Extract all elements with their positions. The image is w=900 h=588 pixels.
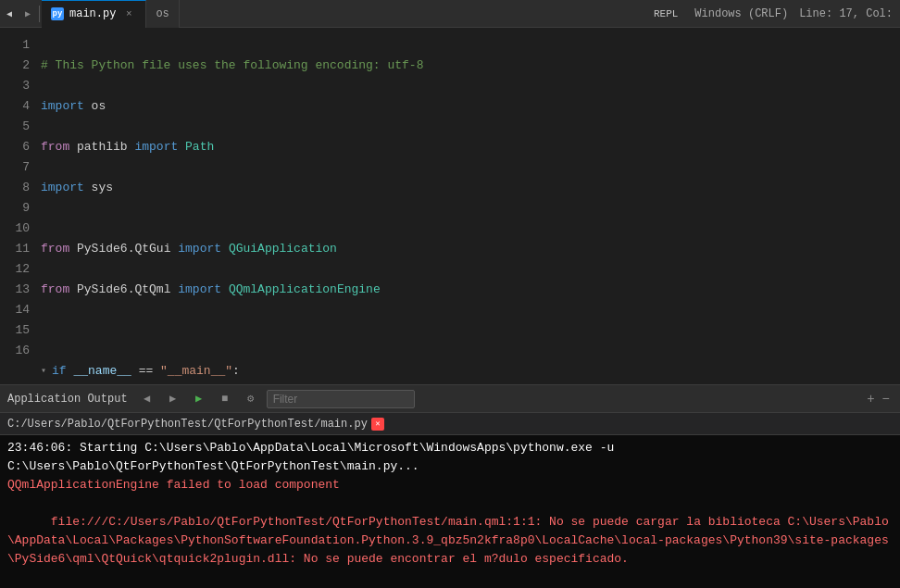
output-line-1: 23:46:06: Starting C:\Users\Pablo\AppDat… <box>7 439 893 476</box>
output-toolbar: Application Output ◀ ▶ ▶ ■ ⚙ + − <box>0 385 900 413</box>
code-line-2: import os <box>41 96 900 117</box>
nav-forward-button[interactable]: ▶ <box>19 0 37 28</box>
filter-input[interactable] <box>267 390 415 408</box>
tab-os-label: os <box>156 7 169 20</box>
line-num-2: 2 <box>7 56 30 76</box>
line-num-9: 9 <box>7 198 30 219</box>
code-editor[interactable]: # This Python file uses the following en… <box>37 28 900 384</box>
line-num-10: 10 <box>7 219 30 239</box>
python-file-icon: py <box>51 7 64 20</box>
minus-button[interactable]: − <box>880 392 893 407</box>
code-line-7: from PySide6.QtQml import QQmlApplicatio… <box>41 280 900 300</box>
code-line-10: ▾if __name__ == "__main__": <box>41 361 900 382</box>
output-line-3: file:///C:/Users/Pablo/QtForPythonTest/Q… <box>7 494 893 587</box>
line-num-13: 13 <box>7 280 30 300</box>
tab-main-py[interactable]: py main.py × <box>42 0 146 28</box>
encoding-label: Windows (CRLF) <box>691 7 792 20</box>
line-numbers: 1 2 3 4 5 6 7 8 9 10 11 12 13 14 15 16 <box>0 28 37 384</box>
line-num-7: 7 <box>7 157 30 178</box>
code-line-3: from pathlib import Path <box>41 137 900 157</box>
tab-main-py-close[interactable]: × <box>121 6 136 21</box>
file-path-label: C:/Users/Pablo/QtForPythonTest/QtForPyth… <box>7 418 368 431</box>
toolbar-right: + − <box>864 392 893 407</box>
output-panel: Application Output ◀ ▶ ▶ ■ ⚙ + − C:/User… <box>0 384 900 588</box>
toolbar-stop-button[interactable]: ■ <box>215 389 235 409</box>
code-line-1: # This Python file uses the following en… <box>41 56 900 76</box>
tab-bar: ◀ ▶ py main.py × os REPL Windows (CRLF) … <box>0 0 900 28</box>
line-num-1: 1 <box>7 35 30 56</box>
file-close-button[interactable]: ✕ <box>371 418 384 431</box>
nav-back-button[interactable]: ◀ <box>0 0 19 28</box>
code-line-6: from PySide6.QtGui import QGuiApplicatio… <box>41 239 900 259</box>
editor-area: 1 2 3 4 5 6 7 8 9 10 11 12 13 14 15 16 #… <box>0 28 900 384</box>
code-line-4: import sys <box>41 178 900 198</box>
tab-main-py-label: main.py <box>69 7 116 20</box>
line-num-14: 14 <box>7 300 30 320</box>
line-num-16: 16 <box>7 341 30 361</box>
line-num-12: 12 <box>7 259 30 280</box>
line-num-4: 4 <box>7 96 30 117</box>
file-path-bar: C:/Users/Pablo/QtForPythonTest/QtForPyth… <box>0 413 900 435</box>
line-info-label: Line: 17, Col: <box>799 7 893 20</box>
line-num-8: 8 <box>7 178 30 198</box>
output-content: 23:46:06: Starting C:\Users\Pablo\AppDat… <box>0 435 900 588</box>
line-num-11: 11 <box>7 239 30 259</box>
toolbar-next-button[interactable]: ▶ <box>163 389 183 409</box>
toolbar-settings-button[interactable]: ⚙ <box>241 389 261 409</box>
line-num-15: 15 <box>7 320 30 341</box>
toolbar-prev-button[interactable]: ◀ <box>137 389 157 409</box>
line-num-6: 6 <box>7 137 30 157</box>
output-line-2: QQmlApplicationEngine failed to load com… <box>7 476 893 494</box>
line-num-5: 5 <box>7 117 30 137</box>
output-title: Application Output <box>7 393 128 406</box>
toolbar-run-button[interactable]: ▶ <box>189 389 209 409</box>
tab-bar-right: REPL Windows (CRLF) Line: 17, Col: <box>648 6 900 22</box>
tab-separator <box>39 6 40 22</box>
repl-label: REPL <box>648 6 683 22</box>
line-num-3: 3 <box>7 76 30 96</box>
tab-os[interactable]: os <box>146 0 179 28</box>
plus-button[interactable]: + <box>864 392 877 407</box>
